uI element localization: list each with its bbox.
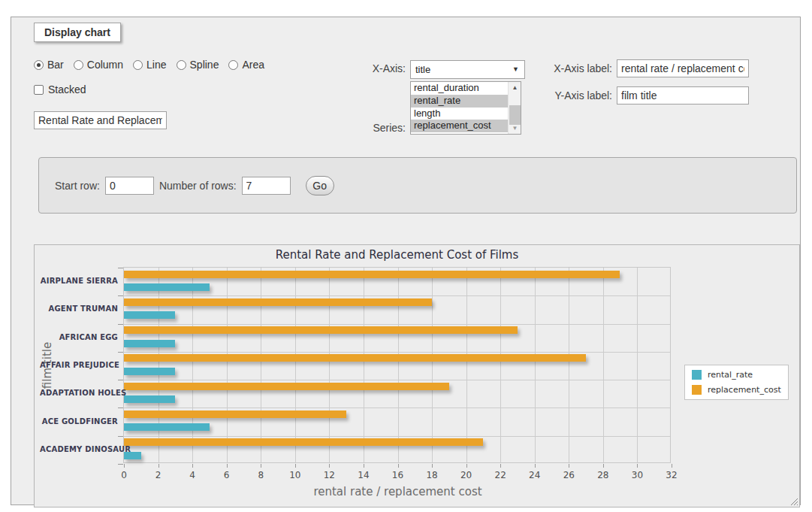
series-option-length[interactable]: length [411, 108, 509, 120]
start-row-label: Start row: [55, 180, 100, 192]
grid-line [398, 268, 399, 462]
bar-rental_rate [124, 311, 175, 319]
grid-line [124, 380, 670, 380]
radio-icon [34, 60, 44, 70]
grid-line [432, 268, 433, 462]
series-option-replacement_cost[interactable]: replacement_cost [411, 120, 509, 132]
x-axis-label-label: X-Axis label: [537, 62, 612, 74]
chart-title-input[interactable] [34, 111, 167, 129]
y-axis-tick [118, 436, 123, 437]
chart-type-radio-line[interactable]: Line [133, 59, 166, 71]
x-axis-select[interactable]: title ▼ [410, 60, 525, 79]
grid-line [466, 268, 467, 462]
grid-line [535, 268, 536, 462]
x-axis-tick [603, 464, 604, 468]
start-row-input[interactable] [105, 177, 154, 195]
x-axis-tick-label: 2 [147, 470, 170, 480]
x-axis-tick-label: 18 [421, 470, 443, 480]
x-axis-tick [398, 464, 399, 468]
series-option-rental_rate[interactable]: rental_rate [411, 95, 509, 108]
grid-line [124, 407, 670, 408]
bar-replacement_cost [124, 326, 518, 334]
grid-line [569, 268, 569, 462]
chart-x-axis-title: rental rate / replacement cost [124, 485, 672, 498]
bar-replacement_cost [124, 383, 449, 390]
x-axis-tick [364, 464, 364, 468]
y-axis-tick [118, 295, 123, 296]
y-axis-tick [118, 380, 123, 380]
grid-line [603, 268, 604, 462]
chart-type-radio-spline[interactable]: Spline [177, 59, 219, 71]
chart-type-label: Spline [190, 59, 219, 71]
chart-type-radio-column[interactable]: Column [74, 59, 123, 71]
bar-rental_rate [124, 340, 175, 347]
x-axis-tick [500, 464, 501, 468]
y-axis-label-label: Y-Axis label: [537, 89, 612, 101]
series-listbox[interactable]: rental_durationrental_ratelengthreplacem… [410, 81, 521, 135]
category-label: ADAPTATION HOLES [40, 389, 118, 397]
legend-item: rental_rate [692, 370, 781, 380]
stacked-checkbox[interactable] [34, 85, 44, 95]
x-axis-tick [227, 464, 228, 468]
grid-line [124, 324, 670, 325]
radio-icon [74, 60, 83, 70]
category-label: AIRPLANE SIERRA [40, 277, 118, 285]
plot-area: rental rate / replacement cost AIRPLANE … [123, 267, 671, 463]
legend-item: replacement_cost [692, 385, 781, 395]
grid-line [124, 436, 670, 437]
x-axis-tick-label: 6 [216, 470, 238, 480]
legend-series-name: rental_rate [708, 370, 753, 380]
chart-legend: rental_ratereplacement_cost [684, 365, 789, 400]
num-rows-input[interactable] [242, 177, 291, 195]
x-axis-tick-label: 32 [660, 470, 683, 480]
category-label: ACE GOLDFINGER [40, 417, 118, 426]
x-axis-tick-label: 14 [352, 470, 375, 480]
legend-series-name: replacement_cost [708, 385, 781, 395]
y-axis-tick [118, 464, 123, 465]
x-axis-tick-label: 22 [489, 470, 512, 480]
chart-type-radio-bar[interactable]: Bar [34, 59, 64, 71]
bar-replacement_cost [124, 438, 483, 446]
stacked-option[interactable]: Stacked [34, 83, 86, 95]
scroll-down-icon[interactable]: ▼ [509, 123, 521, 134]
chart-type-label: Column [87, 59, 123, 71]
y-axis-label-input[interactable] [617, 86, 749, 105]
x-axis-tick [329, 464, 330, 468]
x-axis-tick-label: 16 [387, 470, 409, 480]
radio-icon [177, 60, 186, 70]
series-options: rental_durationrental_ratelengthreplacem… [411, 82, 521, 132]
grid-line [364, 268, 364, 462]
x-axis-tick [261, 464, 261, 468]
chart-type-radio-area[interactable]: Area [228, 59, 264, 71]
grid-line [124, 352, 670, 353]
grid-line [124, 295, 670, 296]
x-axis-tick [535, 464, 536, 468]
bar-replacement_cost [124, 298, 432, 306]
grid-line [192, 268, 193, 462]
resize-handle-icon[interactable] [789, 497, 798, 505]
x-axis-tick [569, 464, 569, 468]
series-option-rental_duration[interactable]: rental_duration [411, 82, 509, 95]
y-axis-tick [118, 324, 123, 325]
bar-rental_rate [124, 368, 175, 375]
category-label: AFFAIR PREJUDICE [40, 361, 118, 369]
chart-type-radio-group: BarColumnLineSplineArea [34, 59, 264, 71]
num-rows-label: Number of rows: [159, 180, 237, 192]
go-button[interactable]: Go [306, 176, 334, 195]
chart-title: Rental Rate and Replacement Cost of Film… [123, 248, 671, 262]
chevron-down-icon: ▼ [512, 66, 519, 73]
x-axis-tick-label: 30 [626, 470, 648, 480]
scroll-up-icon[interactable]: ▲ [509, 82, 521, 93]
scrollbar[interactable]: ▲ ▼ [508, 82, 521, 134]
display-chart-panel: Display chart BarColumnLineSplineArea St… [11, 17, 801, 505]
chart-type-label: Area [242, 59, 264, 71]
bar-replacement_cost [124, 354, 586, 362]
chart-type-label: Line [146, 59, 166, 71]
rows-panel: Start row: Number of rows: Go [38, 157, 797, 214]
y-axis-tick [118, 352, 123, 353]
x-axis-tick [158, 464, 159, 468]
x-axis-label-input[interactable] [617, 59, 749, 77]
x-axis-select-label: X-Axis: [331, 62, 406, 74]
x-axis-tick [295, 464, 296, 468]
x-axis-tick-label: 12 [318, 470, 340, 480]
